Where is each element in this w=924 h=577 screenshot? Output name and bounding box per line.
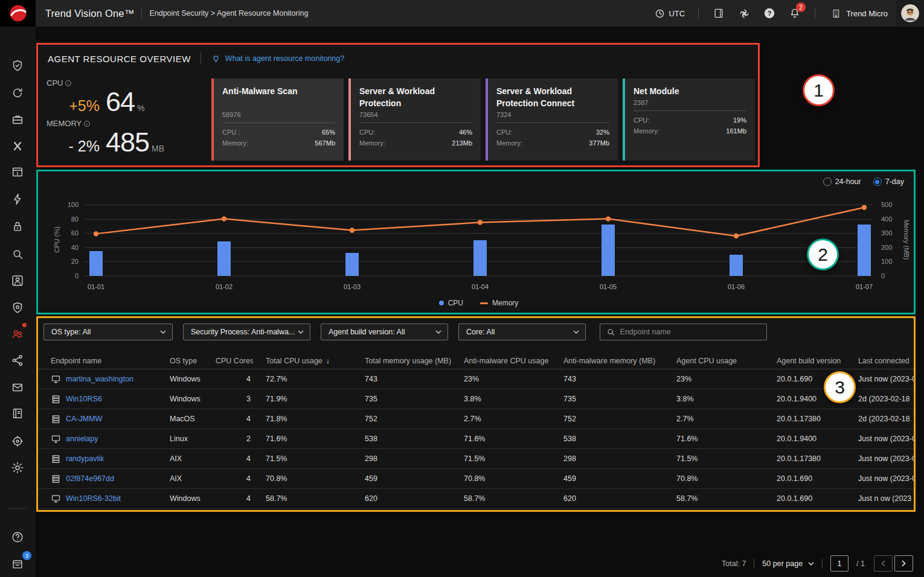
clock-icon	[655, 8, 665, 19]
sidebar-item-search[interactable]	[7, 243, 28, 265]
info-icon	[65, 80, 72, 87]
resource-card[interactable]: Net Module2387CPU:19%Memory:161Mb	[623, 78, 755, 161]
resource-card[interactable]: Anti-Malware Scan58976CPU :65%Memory:567…	[211, 78, 344, 161]
filter-core[interactable]: Core: All	[458, 324, 586, 340]
column-header-anti-malware-memory-mb-[interactable]: Anti-malware memory (MB)	[563, 357, 676, 365]
sidebar-item-shield-check[interactable]	[7, 55, 28, 77]
cores-cell: 4	[216, 375, 253, 383]
card-cpu-row: CPU:46%	[359, 127, 472, 138]
building-icon	[831, 8, 841, 19]
endpoint-name-cell: martina_washington	[51, 374, 170, 384]
endpoint-link[interactable]: CA-JMMW	[66, 415, 102, 423]
chart-legend: CPUMemory	[85, 299, 873, 307]
sidebar-item-xdr-x[interactable]	[7, 135, 28, 157]
tenant-name: Trend Micro	[846, 9, 888, 18]
column-header-os-type[interactable]: OS type	[170, 357, 216, 365]
next-page-button[interactable]	[894, 555, 913, 572]
tenant-selector[interactable]: Trend Micro	[823, 8, 896, 19]
card-memory-row: Memory:567Mb	[222, 138, 335, 148]
os-cell: MacOS	[170, 415, 216, 423]
xdr-x-icon	[11, 139, 24, 153]
endpoint-link[interactable]: Win10RS6	[66, 395, 102, 403]
total-mem-cell: 620	[365, 494, 464, 503]
alert-dot	[22, 323, 27, 327]
sidebar-item-risk-refresh[interactable]	[7, 82, 28, 104]
sidebar-item-target[interactable]	[7, 430, 28, 452]
build-cell: 20.0.1.17380	[777, 454, 858, 463]
radio-24-hour[interactable]: 24-hour	[823, 177, 861, 186]
column-header-agent-cpu-usage[interactable]: Agent CPU usage	[676, 357, 777, 365]
per-page-selector[interactable]: 50 per page	[762, 559, 814, 568]
legend-cpu[interactable]: CPU	[439, 299, 463, 307]
sidebar-item-lightning[interactable]	[7, 188, 28, 210]
column-header-agent-build-version[interactable]: Agent build version	[777, 357, 858, 365]
column-header-last-connected[interactable]: Last connected	[858, 357, 914, 365]
integrations-button[interactable]	[731, 0, 757, 27]
table-row: Win10RS6Windows371.9%7353.8%7353.8%20.0.…	[38, 389, 914, 409]
resource-card[interactable]: Server & Workload Protection Connect7324…	[486, 78, 618, 161]
sidebar-item-users[interactable]	[7, 323, 28, 345]
sidebar-item-package-badge[interactable]: 3	[7, 553, 28, 575]
endpoint-link[interactable]: randypavlik	[66, 454, 104, 463]
endpoint-name-cell: CA-JMMW	[51, 414, 170, 424]
divider	[822, 559, 823, 569]
endpoint-link[interactable]: Win10RS6-32bit	[66, 494, 121, 503]
sidebar-item-agent-person[interactable]	[7, 270, 28, 292]
radio-7-day[interactable]: 7-day	[873, 177, 904, 186]
what-is-agent-resource-monitoring-link[interactable]: What is agent resource monitoring?	[211, 54, 344, 64]
filter-agent-build-version[interactable]: Agent build version: All	[321, 324, 448, 340]
sidebar-item-lock[interactable]	[7, 215, 28, 237]
legend-memory[interactable]: Memory	[480, 299, 518, 307]
chevron-down-icon	[435, 330, 441, 334]
filter-security-process[interactable]: Security Process: Anti-malwa...	[183, 324, 310, 340]
column-header-cpu-cores[interactable]: CPU Cores	[216, 357, 253, 365]
endpoint-link[interactable]: martina_washington	[66, 375, 133, 383]
endpoint-table-section: OS type: AllSecurity Process: Anti-malwa…	[36, 316, 916, 512]
search-input[interactable]	[620, 328, 760, 336]
last-cell: Just now (2023-0	[858, 435, 914, 443]
last-cell: 2d (2023-02-18	[858, 395, 914, 403]
memory-legend-marker	[480, 302, 488, 304]
account-menu[interactable]	[896, 0, 924, 27]
sidebar-item-report-book[interactable]	[7, 403, 28, 424]
sidebar-item-mail[interactable]	[7, 377, 28, 398]
desktop-icon	[51, 434, 61, 444]
memory-point-01-01	[94, 231, 98, 236]
notifications-button[interactable]: 2	[782, 0, 807, 27]
endpoint-link[interactable]: annielapy	[66, 435, 98, 443]
annotation-circle-1: 1	[803, 74, 835, 106]
prev-page-button[interactable]	[874, 555, 893, 572]
sidebar-item-share-network[interactable]	[7, 349, 28, 371]
column-header-endpoint-name[interactable]: Endpoint name	[51, 357, 170, 365]
memory-line	[38, 171, 914, 313]
agent-resource-overview-section: AGENT RESOURCE OVERVIEW What is agent re…	[36, 43, 760, 167]
endpoint-link[interactable]: 02f874e967dd	[66, 474, 114, 483]
endpoint-search[interactable]	[600, 324, 767, 340]
sidebar-item-briefcase[interactable]	[7, 109, 28, 130]
page-input[interactable]: 1	[830, 555, 849, 572]
column-header-total-memory-usage-mb-[interactable]: Total memory usage (MB)	[365, 357, 464, 365]
console-guide-button[interactable]	[706, 0, 731, 27]
legend-memory-label: Memory	[492, 299, 518, 307]
trend-micro-logo[interactable]	[0, 0, 36, 27]
memory-delta: - 2%	[47, 138, 100, 155]
column-header-anti-malware-cpu-usage[interactable]: Anti-malware CPU usage	[464, 357, 563, 365]
build-cell: 20.0.1.690	[777, 494, 858, 503]
total-cpu-cell: 71.6%	[266, 435, 365, 443]
filter-os-type[interactable]: OS type: All	[43, 324, 173, 340]
sidebar-item-shield-gear[interactable]	[7, 297, 28, 319]
sidebar-item-gear[interactable]	[7, 457, 28, 479]
chevron-down-icon	[573, 330, 579, 334]
sidebar-item-window-alert[interactable]	[7, 161, 28, 183]
column-header-total-cpu-usage[interactable]: Total CPU usage↓	[266, 357, 365, 365]
sidebar-item-help[interactable]	[7, 526, 28, 548]
resource-card[interactable]: Server & Workload Protection73654CPU:46%…	[348, 78, 481, 161]
help-button[interactable]: ?	[757, 0, 782, 27]
target-icon	[11, 435, 24, 448]
card-count: 2387	[634, 99, 746, 106]
total-count: Total: 7	[722, 559, 746, 568]
am-cpu-cell: 71.5%	[464, 454, 563, 463]
timezone-selector[interactable]: UTC	[649, 8, 691, 19]
last-cell: Just now (2023-0	[858, 454, 914, 463]
swirl-icon	[738, 7, 751, 20]
